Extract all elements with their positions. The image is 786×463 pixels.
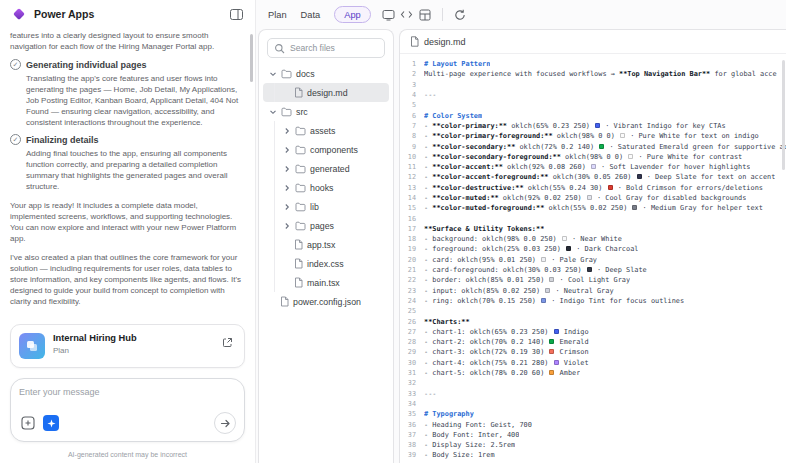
line-number: 9 (400, 143, 424, 151)
preview-icon[interactable] (380, 6, 398, 24)
tree-item-main.tsx[interactable]: main.tsx (263, 273, 389, 292)
send-button[interactable] (214, 412, 236, 434)
folder-icon (281, 107, 292, 117)
line-number: 32 (400, 379, 424, 387)
code-line: 22- border: oklch(85% 0.01 250) · Cool L… (400, 275, 786, 285)
color-swatch (554, 329, 559, 334)
color-swatch (632, 205, 637, 210)
color-swatch (562, 236, 567, 241)
code-line: 9- **color-secondary:** oklch(72% 0.2 14… (400, 141, 786, 151)
tree-item-label: lib (310, 202, 319, 212)
tree-indent-guide (274, 159, 275, 178)
file-search-input[interactable]: Search files (267, 38, 385, 58)
code-editor-panel: design.md 1# Layout Pattern2Multi-page e… (399, 29, 786, 463)
file-icon (294, 239, 303, 250)
line-number: 33 (400, 390, 424, 398)
tree-item-power.config.json[interactable]: power.config.json (263, 292, 389, 311)
file-icon (294, 277, 303, 288)
color-swatch (637, 174, 642, 179)
tree-item-app.tsx[interactable]: app.tsx (263, 235, 389, 254)
copilot-agent-icon[interactable] (43, 415, 59, 431)
app-title: Power Apps (34, 8, 221, 20)
color-swatch (549, 370, 554, 375)
color-swatch (549, 349, 554, 354)
code-line: 20- card: oklch(95% 0.01 250) · Pale Gra… (400, 255, 786, 265)
code-line: 21- card-foreground: oklch(30% 0.03 250)… (400, 265, 786, 275)
code-line: 13- **color-destructive:** oklch(55% 0.2… (400, 183, 786, 193)
code-line: 2Multi-page experience with focused work… (400, 69, 786, 79)
tree-item-design.md[interactable]: design.md (263, 83, 389, 102)
file-icon (294, 87, 303, 98)
tab-plan[interactable]: Plan (268, 10, 287, 20)
code-view-icon[interactable] (398, 6, 416, 24)
tree-item-label: hooks (310, 183, 333, 193)
section-title: Finalizing details (26, 135, 99, 145)
add-attachment-icon[interactable] (19, 414, 37, 432)
chat-scrollbar[interactable] (250, 34, 253, 82)
plan-card[interactable]: Internal Hiring Hub Plan (10, 324, 245, 368)
code-line: 17**Surface & Utility Tokens:** (400, 224, 786, 234)
tree-indent-guide (274, 254, 275, 273)
line-number: 1 (400, 60, 424, 68)
code-line: 36- Heading Font: Geist, 700 (400, 419, 786, 429)
tree-item-components[interactable]: components (263, 140, 389, 159)
code-line: 32 (400, 378, 786, 388)
tree-item-index.css[interactable]: index.css (263, 254, 389, 273)
file-icon (280, 296, 289, 307)
section-title: Generating individual pages (26, 60, 147, 70)
open-external-icon[interactable] (218, 333, 236, 351)
check-circle-icon: ✓ (10, 134, 21, 145)
message-input[interactable]: Enter your message (19, 387, 236, 397)
color-swatch (595, 123, 600, 128)
folder-icon (295, 221, 306, 231)
color-swatch (587, 267, 592, 272)
tree-indent-guide (274, 140, 275, 159)
folder-icon (295, 164, 306, 174)
line-number: 2 (400, 70, 424, 78)
tab-data[interactable]: Data (301, 10, 321, 20)
tree-item-hooks[interactable]: hooks (263, 178, 389, 197)
code-line: 3 (400, 80, 786, 90)
code-line: 28- chart-2: oklch(70% 0.2 140) Emerald (400, 337, 786, 347)
editor-tab[interactable]: design.md (400, 30, 786, 54)
color-swatch (620, 133, 625, 138)
code-line: 12- **color-accent-foreground:** oklch(3… (400, 172, 786, 182)
editor-scrollbar[interactable] (782, 60, 785, 170)
tree-item-src[interactable]: src (263, 102, 389, 121)
tree-item-lib[interactable]: lib (263, 197, 389, 216)
code-line: 35# Typography (400, 409, 786, 419)
code-line: 16 (400, 213, 786, 223)
line-number: 23 (400, 287, 424, 295)
toolbar-divider (442, 8, 443, 21)
code-line: 4--- (400, 90, 786, 100)
chevron-right-icon (283, 203, 291, 211)
tree-indent-guide (274, 216, 275, 235)
tree-item-generated[interactable]: generated (263, 159, 389, 178)
tree-item-pages[interactable]: pages (263, 216, 389, 235)
line-number: 18 (400, 235, 424, 243)
line-number: 12 (400, 173, 424, 181)
code-line: 6# Color System (400, 110, 786, 120)
color-swatch (545, 288, 550, 293)
color-swatch (587, 195, 592, 200)
tree-item-assets[interactable]: assets (263, 121, 389, 140)
line-number: 25 (400, 307, 424, 315)
line-number: 39 (400, 451, 424, 459)
tree-indent-guide (274, 178, 275, 197)
refresh-icon[interactable] (451, 6, 469, 24)
line-number: 15 (400, 204, 424, 212)
line-number: 5 (400, 101, 424, 109)
tab-app[interactable]: App (334, 6, 371, 23)
tree-item-docs[interactable]: docs (263, 64, 389, 83)
line-number: 10 (400, 153, 424, 161)
editor-filename: design.md (424, 37, 466, 47)
tree-indent-guide (274, 121, 275, 140)
tree-item-label: generated (310, 164, 350, 174)
chat-paragraph-clipped: features into a clearly designed layout … (10, 30, 245, 52)
collapse-panel-icon[interactable] (227, 5, 245, 23)
chevron-right-icon (283, 184, 291, 192)
code-line: 29- chart-3: oklch(72% 0.19 30) Crimson (400, 347, 786, 357)
message-composer[interactable]: Enter your message (10, 378, 245, 442)
layout-view-icon[interactable] (416, 6, 434, 24)
chevron-right-icon (283, 127, 291, 135)
